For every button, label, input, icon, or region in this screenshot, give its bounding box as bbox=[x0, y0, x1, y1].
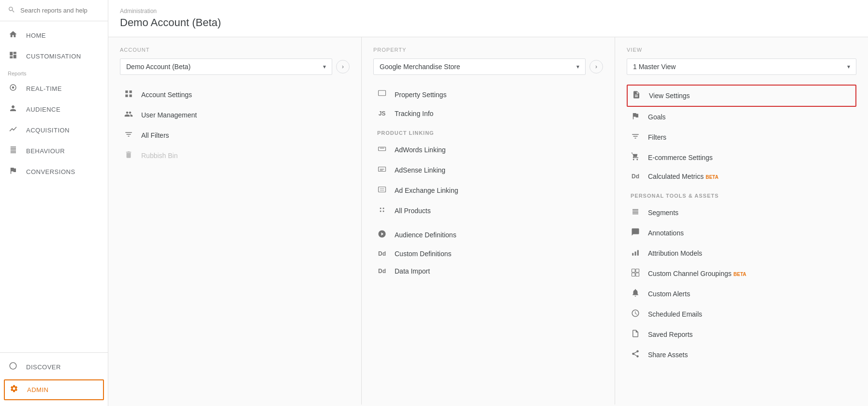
svg-rect-5 bbox=[130, 95, 132, 97]
svg-rect-2 bbox=[125, 90, 128, 93]
adsense-linking-icon bbox=[377, 165, 387, 175]
account-column-header: ACCOUNT bbox=[120, 47, 350, 53]
account-column-next-arrow[interactable]: › bbox=[336, 60, 350, 73]
ecommerce-settings-item[interactable]: E-commerce Settings bbox=[627, 147, 856, 168]
data-import-label: Data Import bbox=[395, 267, 430, 275]
svg-rect-23 bbox=[636, 269, 639, 273]
property-settings-item[interactable]: Property Settings bbox=[373, 85, 603, 105]
custom-channel-groupings-item[interactable]: Custom Channel Groupings BETA bbox=[627, 263, 856, 284]
view-dropdown-row: 1 Master View ▾ bbox=[627, 58, 856, 75]
property-dropdown[interactable]: Google Merchandise Store ▾ bbox=[373, 58, 586, 75]
account-dropdown-value: Demo Account (Beta) bbox=[126, 63, 191, 71]
calculated-metrics-beta-badge: BETA bbox=[706, 174, 718, 180]
adsense-linking-item[interactable]: AdSense Linking bbox=[373, 160, 603, 180]
svg-rect-19 bbox=[632, 253, 633, 256]
goals-item[interactable]: Goals bbox=[627, 107, 856, 127]
sidebar-item-admin-label: ADMIN bbox=[27, 386, 48, 393]
search-input[interactable] bbox=[20, 7, 100, 14]
data-import-item[interactable]: Dd Data Import bbox=[373, 262, 603, 280]
personal-tools-label: PERSONAL TOOLS & ASSETS bbox=[627, 185, 856, 203]
nav-items: HOME CUSTOMISATION Reports REAL-TIME AUD… bbox=[0, 21, 108, 352]
custom-alerts-label: Custom Alerts bbox=[648, 290, 690, 298]
svg-point-1 bbox=[12, 87, 15, 89]
adwords-linking-label: AdWords Linking bbox=[395, 146, 446, 154]
property-column: PROPERTY Google Merchandise Store ▾ › Pr… bbox=[362, 37, 615, 405]
sidebar-item-home-label: HOME bbox=[26, 32, 46, 39]
scheduled-emails-item[interactable]: Scheduled Emails bbox=[627, 304, 856, 324]
sidebar-item-home[interactable]: HOME bbox=[0, 25, 108, 46]
filters-item[interactable]: Filters bbox=[627, 127, 856, 147]
attribution-models-item[interactable]: Attribution Models bbox=[627, 243, 856, 263]
account-dropdown[interactable]: Demo Account (Beta) ▾ bbox=[120, 58, 332, 75]
view-settings-item[interactable]: View Settings bbox=[627, 85, 856, 107]
all-products-item[interactable]: All Products bbox=[373, 201, 603, 221]
svg-rect-7 bbox=[379, 147, 386, 151]
account-settings-label: Account Settings bbox=[141, 91, 192, 99]
all-filters-item[interactable]: All Filters bbox=[120, 125, 350, 145]
calculated-metrics-item[interactable]: Dd Calculated Metrics BETA bbox=[627, 168, 856, 185]
account-dropdown-row: Demo Account (Beta) ▾ › bbox=[120, 58, 350, 75]
svg-point-18 bbox=[383, 211, 384, 212]
audience-definitions-label: Audience Definitions bbox=[395, 231, 456, 239]
search-bar[interactable] bbox=[0, 0, 108, 21]
sidebar-item-behaviour[interactable]: BEHAVIOUR bbox=[0, 141, 108, 161]
property-dropdown-value: Google Merchandise Store bbox=[380, 63, 460, 71]
property-settings-label: Property Settings bbox=[395, 91, 446, 99]
page-header: Administration Demo Account (Beta) bbox=[108, 0, 868, 37]
sidebar-item-admin[interactable]: ADMIN bbox=[4, 379, 104, 400]
annotations-label: Annotations bbox=[648, 229, 684, 237]
ad-exchange-linking-label: Ad Exchange Linking bbox=[395, 187, 458, 194]
adwords-linking-item[interactable]: AdWords Linking bbox=[373, 140, 603, 160]
custom-alerts-item[interactable]: Custom Alerts bbox=[627, 284, 856, 304]
sidebar-item-discover[interactable]: DISCOVER bbox=[0, 357, 108, 377]
saved-reports-icon bbox=[631, 329, 640, 340]
data-import-icon: Dd bbox=[377, 268, 387, 275]
sidebar-item-audience-label: AUDIENCE bbox=[26, 106, 60, 113]
custom-channel-groupings-label: Custom Channel Groupings bbox=[648, 270, 732, 277]
property-column-next-arrow[interactable]: › bbox=[589, 60, 603, 73]
rubbish-bin-item[interactable]: Rubbish Bin bbox=[120, 145, 350, 166]
search-icon bbox=[8, 6, 15, 15]
svg-rect-12 bbox=[379, 187, 386, 192]
view-settings-label: View Settings bbox=[649, 92, 690, 100]
share-assets-icon bbox=[631, 349, 640, 360]
view-dropdown-value: 1 Master View bbox=[633, 63, 676, 71]
sidebar-item-customisation-label: CUSTOMISATION bbox=[26, 53, 81, 60]
sidebar-item-audience[interactable]: AUDIENCE bbox=[0, 99, 108, 120]
user-management-icon bbox=[124, 110, 133, 120]
reports-section-label: Reports bbox=[0, 67, 108, 78]
tracking-info-label: Tracking Info bbox=[395, 110, 433, 117]
rubbish-bin-label: Rubbish Bin bbox=[141, 152, 178, 160]
svg-rect-20 bbox=[635, 252, 636, 256]
sidebar-item-acquisition[interactable]: ACQUISITION bbox=[0, 120, 108, 141]
custom-definitions-icon: Dd bbox=[377, 250, 387, 257]
sidebar-item-discover-label: DISCOVER bbox=[26, 363, 61, 371]
view-dropdown[interactable]: 1 Master View ▾ bbox=[627, 58, 856, 75]
property-settings-icon bbox=[377, 89, 387, 100]
adsense-linking-label: AdSense Linking bbox=[395, 166, 445, 174]
sidebar-item-realtime[interactable]: REAL-TIME bbox=[0, 78, 108, 99]
ad-exchange-linking-item[interactable]: Ad Exchange Linking bbox=[373, 180, 603, 201]
sidebar-item-customisation[interactable]: CUSTOMISATION bbox=[0, 46, 108, 67]
property-dropdown-row: Google Merchandise Store ▾ › bbox=[373, 58, 603, 75]
saved-reports-item[interactable]: Saved Reports bbox=[627, 324, 856, 345]
all-products-label: All Products bbox=[395, 207, 431, 215]
calculated-metrics-icon: Dd bbox=[631, 173, 640, 180]
annotations-item[interactable]: Annotations bbox=[627, 223, 856, 243]
dashboard-icon bbox=[8, 51, 18, 62]
ecommerce-settings-label: E-commerce Settings bbox=[648, 154, 713, 161]
property-dropdown-arrow-icon: ▾ bbox=[576, 63, 579, 70]
user-management-item[interactable]: User Management bbox=[120, 105, 350, 125]
segments-item[interactable]: Segments bbox=[627, 203, 856, 223]
audience-definitions-item[interactable]: Audience Definitions bbox=[373, 225, 603, 245]
calculated-metrics-label: Calculated Metrics bbox=[648, 173, 704, 180]
account-settings-item[interactable]: Account Settings bbox=[120, 85, 350, 105]
sidebar-item-conversions-label: CONVERSIONS bbox=[26, 168, 75, 175]
svg-point-16 bbox=[383, 208, 384, 209]
custom-definitions-item[interactable]: Dd Custom Definitions bbox=[373, 245, 603, 262]
sidebar-item-conversions[interactable]: CONVERSIONS bbox=[0, 161, 108, 182]
tracking-info-item[interactable]: JS Tracking Info bbox=[373, 105, 603, 122]
ecommerce-settings-icon bbox=[631, 152, 640, 163]
share-assets-item[interactable]: Share Assets bbox=[627, 345, 856, 365]
share-assets-label: Share Assets bbox=[648, 351, 688, 359]
